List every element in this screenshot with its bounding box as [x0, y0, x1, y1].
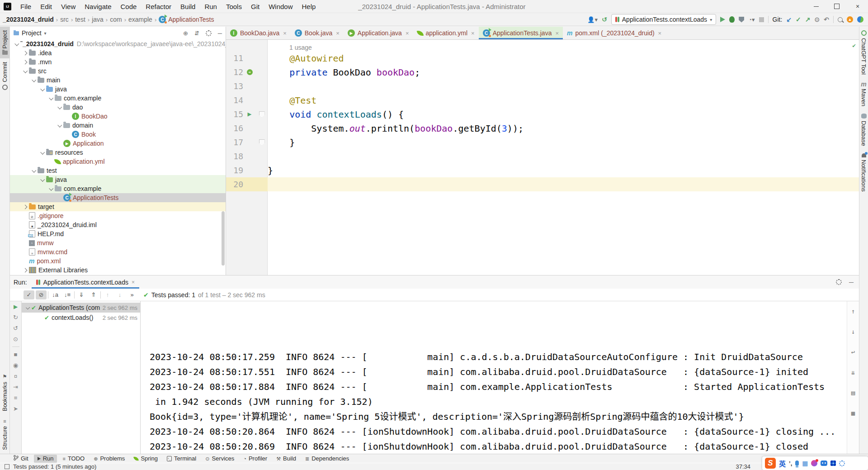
run-settings-icon[interactable]	[836, 279, 842, 285]
show-passed-toggle[interactable]: ✓	[24, 290, 34, 299]
show-ignored-toggle[interactable]: ⊘	[36, 290, 47, 299]
tree-item-application-yml[interactable]: application.yml	[10, 157, 226, 166]
stripe-notifications[interactable]: Notifications	[859, 150, 868, 195]
code-line-19[interactable]: 19}	[226, 163, 859, 177]
tab-applicationtests-java[interactable]: CApplicationTests.java×	[479, 27, 563, 39]
tree-item-mvn[interactable]: .mvn	[10, 57, 226, 66]
menu-git[interactable]: Git	[246, 3, 264, 10]
toolwindow-spring[interactable]: Spring	[130, 455, 161, 463]
hide-run-panel-icon[interactable]: ─	[849, 279, 854, 286]
chevron-down-icon[interactable]	[32, 168, 36, 172]
menu-window[interactable]: Window	[264, 3, 297, 10]
coverage-button[interactable]	[739, 17, 744, 23]
stripe-database[interactable]: Database	[859, 110, 868, 150]
toolwindow-build[interactable]: ⚒Build	[273, 455, 300, 463]
locate-file-icon[interactable]: ⊕	[183, 30, 188, 37]
ime-skin-icon[interactable]	[811, 460, 817, 466]
previous-failed-icon[interactable]: ↑	[102, 290, 113, 299]
thread-dump-icon[interactable]: ◉	[13, 362, 18, 369]
tree-item-pom-xml[interactable]: mpom.xml	[10, 256, 226, 266]
chevron-down-icon[interactable]	[49, 95, 53, 100]
ime-punctuation-toggle[interactable]: ’,	[789, 460, 792, 467]
ime-keyboard-icon[interactable]: ▦	[802, 461, 808, 466]
ime-language-toggle[interactable]: 英	[779, 459, 786, 468]
toolwindow-dependencies[interactable]: ≣Dependencies	[302, 455, 353, 463]
tree-item-20231024-druid-iml[interactable]: ■_20231024_druid.iml	[10, 220, 226, 229]
tree-item-dao[interactable]: dao	[10, 103, 226, 112]
code-line-11[interactable]: 11 @Autowired	[226, 51, 859, 65]
tab-book-java[interactable]: CBook.java×	[291, 27, 344, 39]
tree-item-test[interactable]: test	[10, 166, 226, 175]
sort-by-duration-icon[interactable]: ↓≡	[62, 290, 73, 299]
stripe-structure[interactable]: ≡Structure	[0, 415, 9, 454]
profiler-button[interactable]: ◔▾	[748, 16, 755, 23]
chevron-down-icon[interactable]	[57, 123, 62, 127]
breadcrumb-item[interactable]: java	[92, 16, 104, 23]
tree-item-java[interactable]: java	[10, 85, 226, 94]
pin-icon[interactable]: ➤	[13, 405, 18, 412]
debug-button[interactable]	[729, 16, 735, 23]
tree-item-book[interactable]: CBook	[10, 130, 226, 139]
ime-microphone-icon[interactable]	[795, 461, 799, 466]
scroll-down-icon[interactable]: ↓	[851, 324, 855, 339]
sort-alphabetically-icon[interactable]: ↓a	[50, 290, 61, 299]
toolwindow-services[interactable]: ⊙Services	[202, 455, 238, 463]
breadcrumb-item[interactable]: com	[110, 16, 122, 23]
tree-item-src[interactable]: src	[10, 66, 226, 76]
tree-item-mvnw[interactable]: ›mvnw	[10, 238, 226, 247]
hide-panel-icon[interactable]: ─	[218, 30, 222, 37]
ime-settings-icon[interactable]	[839, 461, 845, 466]
tree-item-external-libraries[interactable]: External Libraries	[10, 266, 226, 275]
tab-close-icon[interactable]: ×	[336, 30, 340, 37]
more-actions-icon[interactable]: »	[127, 290, 137, 299]
menu-file[interactable]: File	[16, 3, 36, 10]
project-settings-icon[interactable]	[206, 30, 212, 36]
code-line-18[interactable]: 18	[226, 149, 859, 163]
coverage-icon[interactable]: ¤	[14, 373, 17, 380]
stripe-bookmarks[interactable]: ⚑Bookmarks	[0, 370, 9, 415]
spring-bean-gutter-icon[interactable]: ➜	[247, 69, 253, 75]
layout-icon[interactable]: ≡	[14, 394, 18, 401]
tree-item-help-md[interactable]: MDHELP.md	[10, 229, 226, 238]
code-line-17[interactable]: 17 }	[226, 135, 859, 149]
chevron-right-icon[interactable]	[23, 268, 28, 272]
test-settings-icon[interactable]: ⊙	[13, 336, 18, 342]
breadcrumb-item-active[interactable]: CApplicationTests	[159, 16, 214, 23]
chevron-down-icon[interactable]	[26, 305, 30, 309]
tab-close-icon[interactable]: ×	[555, 30, 559, 37]
chevron-right-icon[interactable]	[23, 204, 28, 209]
chevron-down-icon[interactable]	[32, 77, 36, 82]
tree-item-applicationtests[interactable]: CApplicationTests	[10, 193, 226, 202]
menu-help[interactable]: Help	[297, 3, 321, 10]
breadcrumb-item[interactable]: test	[75, 16, 85, 23]
tab-pom-xml-20231024-druid[interactable]: mpom.xml (_20231024_druid)×	[563, 27, 665, 39]
chevron-right-icon[interactable]	[23, 60, 28, 64]
stripe-project[interactable]: Project	[0, 27, 9, 58]
breadcrumb-item[interactable]: example	[128, 16, 152, 23]
code-editor[interactable]: ✔ 1 usage11 @Autowired12➜ private BookDa…	[226, 40, 859, 275]
close-run-tab-icon[interactable]: ×	[132, 279, 135, 285]
chevron-down-icon[interactable]	[14, 41, 19, 46]
print-icon[interactable]: ▤	[851, 385, 855, 400]
chevron-down-icon[interactable]	[23, 68, 28, 73]
load-changes-icon[interactable]: ↺	[602, 16, 607, 23]
menu-edit[interactable]: Edit	[36, 3, 57, 10]
user-menu-icon[interactable]: 👤▾	[587, 16, 598, 23]
scroll-up-icon[interactable]: ↑	[851, 304, 855, 319]
tab-close-icon[interactable]: ×	[283, 30, 287, 37]
toolwindow-terminal[interactable]: ›_Terminal	[163, 455, 200, 463]
usage-hint[interactable]: 1 usage	[289, 44, 312, 51]
menu-navigate[interactable]: Navigate	[80, 3, 116, 10]
menu-run[interactable]: Run	[200, 3, 222, 10]
tree-item-java[interactable]: java	[10, 175, 226, 184]
menu-code[interactable]: Code	[116, 3, 141, 10]
tree-item-com-example[interactable]: com.example	[10, 94, 226, 103]
menu-build[interactable]: Build	[176, 3, 200, 10]
ime-assistant-icon[interactable]	[821, 461, 827, 466]
git-update-icon[interactable]: ↙	[786, 16, 792, 23]
tab-application-java[interactable]: ▶Application.java×	[344, 27, 413, 39]
tab-close-icon[interactable]: ×	[406, 30, 409, 37]
soft-wrap-icon[interactable]: ↩	[851, 345, 855, 360]
collapse-all-icon[interactable]: ⇑	[88, 290, 99, 299]
git-commit-icon[interactable]: ✓	[796, 16, 801, 23]
